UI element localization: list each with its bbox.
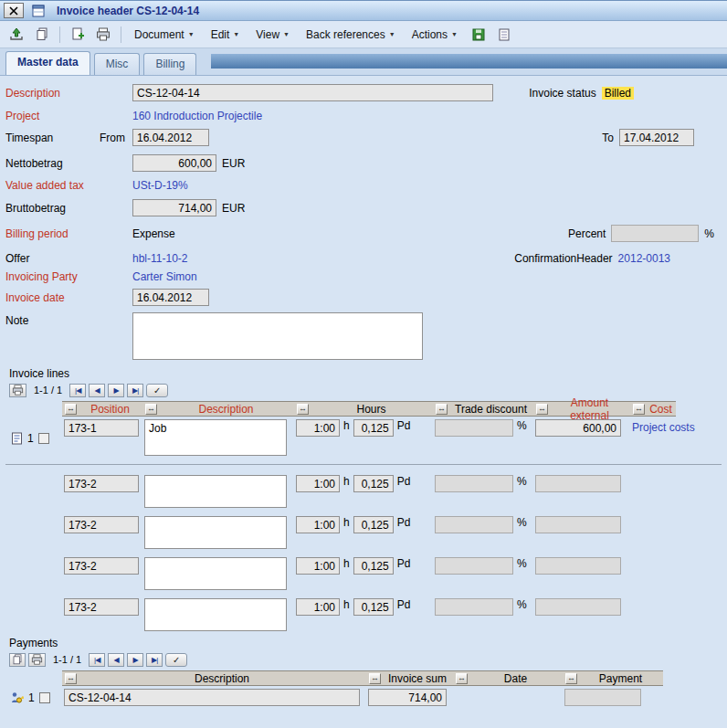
factor-input[interactable] <box>353 516 394 533</box>
menu-document[interactable]: Document ▼ <box>128 26 201 44</box>
invoicing-party-row: Invoicing Party Carter Simon <box>5 269 722 285</box>
hours-input[interactable] <box>296 557 340 575</box>
factor-input[interactable] <box>353 598 394 616</box>
menu-edit[interactable]: Edit ▼ <box>205 26 247 44</box>
print-button[interactable] <box>92 25 114 45</box>
payment-description-input[interactable] <box>64 689 360 706</box>
factor-input[interactable] <box>353 475 394 492</box>
project-link[interactable]: 160 Indroduction Projectile <box>132 110 262 122</box>
payments-last-page-button[interactable]: ▶| <box>146 653 163 667</box>
sort-icon[interactable]: ↔ <box>456 673 468 684</box>
tab-billing[interactable]: Billing <box>143 53 196 75</box>
tab-strip-filler <box>211 54 727 69</box>
copy-payments-button[interactable] <box>9 653 26 667</box>
print-lines-button[interactable] <box>9 384 26 397</box>
tab-misc[interactable]: Misc <box>94 53 141 75</box>
invoice-sum-input[interactable] <box>368 689 447 706</box>
menu-document-label: Document <box>134 28 184 41</box>
invoice-date-input[interactable] <box>132 289 209 306</box>
print-payments-button[interactable] <box>28 653 46 667</box>
position-input[interactable] <box>64 419 139 437</box>
line-description-textarea[interactable] <box>144 598 287 631</box>
position-input[interactable] <box>64 557 139 575</box>
offer-link[interactable]: hbl-11-10-2 <box>132 252 187 265</box>
factor-input[interactable] <box>353 557 394 575</box>
hours-input[interactable] <box>296 475 340 492</box>
invoice-sum-cell <box>366 686 453 706</box>
payment-row: 1 <box>5 686 722 706</box>
document-button[interactable] <box>493 25 515 45</box>
new-document-button[interactable] <box>67 25 89 45</box>
lines-next-page-button[interactable]: ▶ <box>108 384 124 397</box>
tab-master-data[interactable]: Master data <box>5 51 90 75</box>
hours-input[interactable] <box>296 516 340 533</box>
sort-icon[interactable]: ↔ <box>536 404 548 415</box>
sort-icon[interactable]: ↔ <box>565 673 577 684</box>
payments-first-page-button[interactable]: |◀ <box>89 653 105 667</box>
row-checkbox[interactable] <box>39 692 50 703</box>
export-button[interactable] <box>5 25 27 45</box>
column-header-cost: ↔ Cost <box>630 401 676 417</box>
sort-icon[interactable]: ↔ <box>436 404 448 415</box>
position-input[interactable] <box>64 475 139 492</box>
invoice-line-row-empty: h Pd % <box>5 554 722 590</box>
menu-view-label: View <box>256 28 279 41</box>
amount-external-input[interactable] <box>535 419 621 437</box>
payments-apply-button[interactable]: ✓ <box>165 653 187 667</box>
hours-input[interactable] <box>296 419 340 437</box>
sort-icon[interactable]: ↔ <box>369 673 381 684</box>
nettobetrag-input[interactable] <box>132 154 216 172</box>
payment-input <box>564 689 641 706</box>
invoice-status-group: Invoice status Billed <box>529 83 634 102</box>
factor-input[interactable] <box>353 419 394 437</box>
sort-icon[interactable]: ↔ <box>297 404 309 415</box>
lines-page-range: 1-1 / 1 <box>34 385 62 396</box>
vat-link[interactable]: USt-D-19% <box>132 179 188 192</box>
confirmation-link[interactable]: 2012-0013 <box>618 252 670 265</box>
line-description-textarea[interactable]: Job <box>144 419 287 456</box>
sort-icon[interactable]: ↔ <box>145 404 157 415</box>
note-textarea[interactable] <box>132 312 423 360</box>
lines-last-page-button[interactable]: ▶| <box>127 384 143 397</box>
menu-back-references[interactable]: Back references ▼ <box>300 26 402 44</box>
lines-apply-button[interactable]: ✓ <box>146 384 168 397</box>
column-header-date: ↔ Date <box>453 670 563 686</box>
description-input[interactable] <box>132 84 493 101</box>
to-date-input[interactable] <box>619 129 694 146</box>
bruttobetrag-row: Bruttobetrag EUR <box>5 198 722 217</box>
row-checkbox[interactable] <box>38 433 49 444</box>
sort-icon[interactable]: ↔ <box>65 673 77 684</box>
hours-input[interactable] <box>296 598 340 616</box>
menu-actions[interactable]: Actions ▼ <box>406 26 464 44</box>
confirmation-group: ConfirmationHeader 2012-0013 <box>514 250 670 267</box>
row-leader: 1 <box>5 417 62 456</box>
menu-view[interactable]: View ▼ <box>249 26 296 44</box>
line-description-textarea[interactable] <box>144 557 287 590</box>
invoicing-party-link[interactable]: Carter Simon <box>132 270 197 283</box>
tab-strip: Master data Misc Billing <box>0 48 727 76</box>
payments-prev-page-button[interactable]: ◀ <box>108 653 124 667</box>
copy-button[interactable] <box>31 25 53 45</box>
trade-discount-input <box>435 516 513 533</box>
line-description-textarea[interactable] <box>144 516 287 549</box>
lines-prev-page-button[interactable]: ◀ <box>89 384 105 397</box>
print-icon <box>96 27 111 41</box>
description-cell <box>142 596 294 631</box>
save-button[interactable] <box>468 25 490 45</box>
position-input[interactable] <box>64 516 139 533</box>
lines-first-page-button[interactable]: |◀ <box>69 384 86 397</box>
project-costs-link[interactable]: Project costs <box>632 419 695 434</box>
position-input[interactable] <box>64 598 139 616</box>
sort-icon[interactable]: ↔ <box>65 404 77 415</box>
from-date-input[interactable] <box>132 129 209 146</box>
factor-unit: Pd <box>397 557 411 570</box>
sort-icon[interactable]: ↔ <box>633 404 645 415</box>
line-description-textarea[interactable] <box>144 475 287 508</box>
offer-label: Offer <box>5 252 132 265</box>
new-document-icon <box>71 27 85 41</box>
position-cell <box>62 417 142 456</box>
payments-next-page-button[interactable]: ▶ <box>127 653 143 667</box>
bruttobetrag-input[interactable] <box>132 199 216 216</box>
close-button[interactable] <box>4 3 24 18</box>
disk-icon <box>472 28 485 41</box>
